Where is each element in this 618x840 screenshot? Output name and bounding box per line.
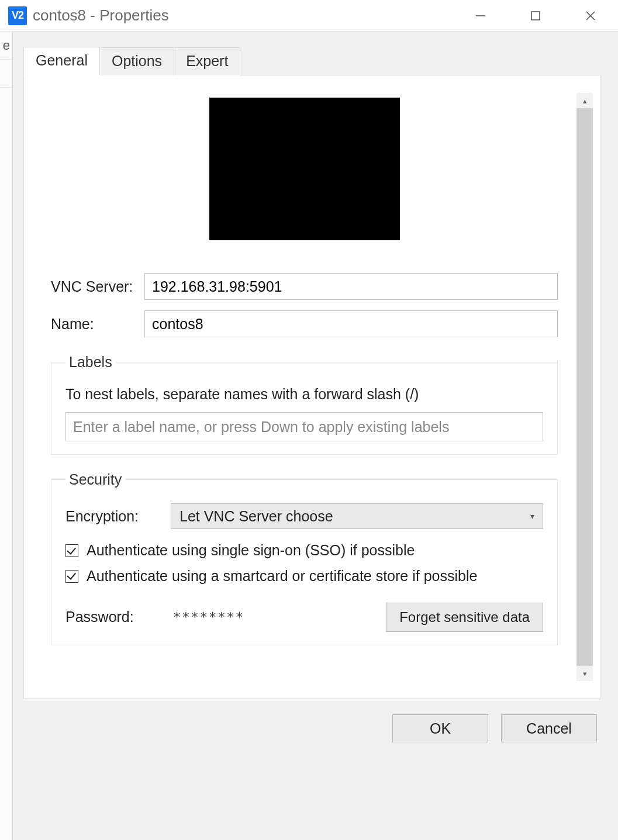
properties-dialog: General Options Expert VNC Server: Name:… <box>13 32 618 840</box>
scroll-up-arrow-icon[interactable]: ▴ <box>576 93 593 108</box>
encryption-row: Encryption: Let VNC Server choose ▾ <box>65 503 543 529</box>
tab-options[interactable]: Options <box>100 47 174 75</box>
sso-checkbox-label: Authenticate using single sign-on (SSO) … <box>87 541 415 561</box>
titlebar: V2 contos8 - Properties <box>0 0 618 32</box>
forget-sensitive-data-button[interactable]: Forget sensitive data <box>386 603 543 632</box>
tab-panel-general: VNC Server: Name: Labels To nest labels,… <box>23 75 600 699</box>
smartcard-checkbox-row[interactable]: Authenticate using a smartcard or certif… <box>65 566 543 586</box>
minimize-button[interactable] <box>453 0 508 32</box>
scroll-down-arrow-icon[interactable]: ▾ <box>576 666 593 681</box>
encryption-select[interactable]: Let VNC Server choose ▾ <box>171 503 543 529</box>
password-value: ******** <box>173 610 244 624</box>
window-title: contos8 - Properties <box>33 6 169 25</box>
sso-checkbox[interactable] <box>65 544 78 557</box>
svg-rect-1 <box>531 12 540 20</box>
password-row: Password: ******** Forget sensitive data <box>65 603 543 632</box>
password-label: Password: <box>65 609 171 625</box>
name-label: Name: <box>51 316 144 333</box>
vnc-server-row: VNC Server: <box>51 273 558 300</box>
name-row: Name: <box>51 310 558 337</box>
dialog-footer: OK Cancel <box>23 699 600 748</box>
connection-preview-thumbnail <box>209 98 400 240</box>
tab-expert[interactable]: Expert <box>174 47 240 75</box>
encryption-label: Encryption: <box>65 508 171 525</box>
encryption-value: Let VNC Server choose <box>179 508 333 525</box>
labels-group: Labels To nest labels, separate names wi… <box>51 354 558 455</box>
background-cell: e <box>0 32 12 60</box>
labels-hint: To nest labels, separate names with a fo… <box>65 386 543 403</box>
labels-input[interactable] <box>65 412 543 441</box>
tab-general[interactable]: General <box>23 47 100 75</box>
vnc-server-input[interactable] <box>144 273 558 300</box>
window-controls <box>453 0 618 32</box>
cancel-button[interactable]: Cancel <box>501 714 597 742</box>
close-button[interactable] <box>563 0 618 32</box>
background-window-sliver: e <box>0 32 13 840</box>
vertical-scrollbar[interactable]: ▴ ▾ <box>576 93 593 681</box>
smartcard-checkbox-label: Authenticate using a smartcard or certif… <box>87 566 477 586</box>
labels-legend: Labels <box>65 354 116 371</box>
security-legend: Security <box>65 471 125 488</box>
maximize-button[interactable] <box>508 0 563 32</box>
app-icon: V2 <box>8 6 27 25</box>
vnc-server-label: VNC Server: <box>51 278 144 295</box>
scroll-thumb[interactable] <box>576 108 593 666</box>
ok-button[interactable]: OK <box>392 714 488 742</box>
background-cell <box>0 60 12 88</box>
sso-checkbox-row[interactable]: Authenticate using single sign-on (SSO) … <box>65 541 543 561</box>
chevron-down-icon: ▾ <box>530 511 534 521</box>
tabstrip: General Options Expert <box>23 46 600 75</box>
tab-panel-content: VNC Server: Name: Labels To nest labels,… <box>31 93 572 681</box>
security-group: Security Encryption: Let VNC Server choo… <box>51 471 558 645</box>
name-input[interactable] <box>144 310 558 337</box>
smartcard-checkbox[interactable] <box>65 570 78 583</box>
